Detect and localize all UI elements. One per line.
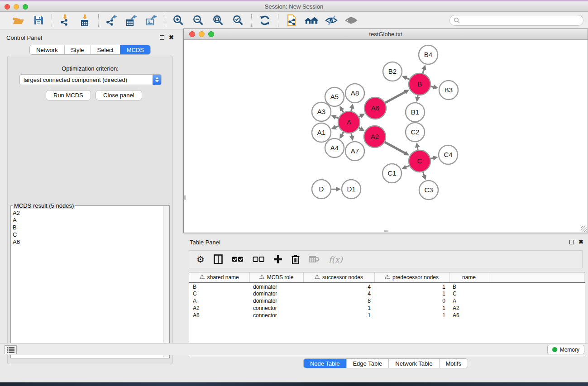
table-cell[interactable]: A2 — [189, 305, 249, 312]
edge-C-C1[interactable] — [406, 166, 410, 167]
table-cell[interactable]: 1 — [374, 290, 449, 297]
run-mcds-button[interactable]: Run MCDS — [46, 90, 91, 100]
table-row[interactable]: Bdominator41B — [189, 283, 585, 290]
table-cell[interactable]: 4 — [303, 283, 374, 290]
result-list-item[interactable]: C — [12, 231, 163, 238]
float-table-panel-icon[interactable] — [569, 240, 574, 244]
zoom-fit-icon[interactable] — [211, 14, 225, 27]
table-cell[interactable]: A — [449, 297, 489, 305]
table-cell[interactable]: connector — [249, 305, 303, 312]
result-scrollbar[interactable] — [163, 206, 169, 357]
close-panel-icon[interactable]: ✖ — [169, 35, 174, 40]
zoom-selected-icon[interactable] — [231, 14, 245, 27]
table-cell[interactable]: 8 — [303, 297, 374, 305]
table-row[interactable]: A6connector11A6 — [189, 312, 585, 319]
deselect-all-icon[interactable] — [253, 256, 264, 262]
table-cell[interactable]: 1 — [303, 312, 374, 319]
mcds-result-list[interactable]: A2ABCA6 — [12, 210, 163, 357]
network-from-file-icon[interactable] — [285, 14, 298, 27]
tab-select[interactable]: Select — [91, 45, 120, 54]
open-session-icon[interactable] — [12, 14, 25, 27]
column-header-name[interactable]: name — [449, 272, 489, 283]
table-cell[interactable]: C — [189, 290, 249, 297]
task-history-button[interactable] — [5, 345, 17, 354]
import-network-icon[interactable] — [58, 14, 72, 27]
column-header-successor-nodes[interactable]: successor nodes — [303, 272, 374, 283]
column-header-MCDS-role[interactable]: MCDS role — [249, 272, 303, 283]
result-list-item[interactable]: B — [12, 224, 163, 231]
save-session-icon[interactable] — [32, 14, 45, 27]
tab-mcds[interactable]: MCDS — [120, 45, 150, 54]
minimize-window-button[interactable] — [14, 4, 19, 10]
function-builder-icon[interactable]: f(x) — [329, 255, 343, 264]
vertical-scrollbar-thumb[interactable] — [184, 195, 186, 200]
tab-network[interactable]: Network — [30, 45, 64, 54]
export-table-icon[interactable] — [125, 14, 139, 27]
table-cell[interactable]: A6 — [189, 312, 249, 319]
table-row[interactable]: Cdominator41C — [189, 290, 585, 297]
home-icon[interactable] — [305, 14, 318, 27]
minimize-network-window-button[interactable] — [199, 31, 205, 37]
result-list-item[interactable]: A6 — [12, 238, 163, 246]
edge-B-B4[interactable] — [423, 69, 424, 74]
export-image-icon[interactable] — [145, 14, 158, 27]
zoom-in-icon[interactable] — [172, 14, 185, 27]
table-cell[interactable]: 1 — [374, 305, 449, 312]
table-cell[interactable]: dominator — [249, 283, 303, 290]
close-table-panel-icon[interactable]: ✖ — [578, 240, 583, 244]
table-cell[interactable]: dominator — [249, 297, 303, 305]
columns-icon[interactable] — [214, 254, 223, 264]
tab-network-table[interactable]: Network Table — [388, 359, 439, 368]
maximize-network-window-button[interactable] — [208, 31, 214, 37]
search-field[interactable] — [449, 15, 583, 26]
edge-A6-B[interactable] — [385, 92, 406, 103]
table-cell[interactable]: B — [449, 283, 489, 290]
tab-style[interactable]: Style — [64, 45, 91, 54]
edge-C-C3[interactable] — [423, 172, 424, 176]
table-row[interactable]: Adominator80A — [189, 297, 585, 305]
table-cell[interactable]: A — [189, 297, 249, 305]
show-eye-icon[interactable] — [344, 14, 358, 27]
close-panel-button[interactable]: Close panel — [96, 90, 142, 100]
table-cell[interactable]: 1 — [374, 312, 449, 319]
table-cell[interactable]: 1 — [374, 283, 449, 290]
float-panel-icon[interactable] — [160, 35, 164, 40]
edge-A2-C[interactable] — [384, 142, 406, 153]
result-list-item[interactable]: A2 — [12, 210, 163, 217]
gear-icon[interactable]: ⚙ — [196, 255, 205, 264]
table-cell[interactable]: connector — [249, 312, 303, 319]
refresh-icon[interactable] — [258, 14, 272, 27]
tab-node-table[interactable]: Node Table — [304, 359, 346, 368]
network-window-titlebar[interactable]: testGlobe.txt — [184, 29, 588, 40]
tab-motifs[interactable]: Motifs — [439, 359, 468, 368]
import-table-icon[interactable] — [78, 14, 92, 27]
table-cell[interactable]: 4 — [303, 290, 374, 297]
column-header-predecessor-nodes[interactable]: predecessor nodes — [374, 272, 449, 283]
zoom-out-icon[interactable] — [191, 14, 205, 27]
horizontal-scrollbar-thumb[interactable] — [384, 230, 388, 232]
table-cell[interactable]: A6 — [449, 312, 489, 319]
memory-button[interactable]: Memory — [547, 345, 584, 354]
add-column-icon[interactable] — [273, 255, 282, 264]
network-graph-canvas[interactable]: B4B2BB3B1A5A8A6A3AA1A2A4A7C2C4CC1C3DD1 — [184, 40, 587, 232]
delete-icon[interactable] — [292, 254, 300, 264]
search-input[interactable] — [460, 17, 583, 24]
close-window-button[interactable] — [5, 4, 10, 10]
table-cell[interactable]: C — [449, 290, 489, 297]
result-list-item[interactable]: A — [12, 217, 163, 224]
table-cell[interactable]: 1 — [303, 305, 374, 312]
tab-edge-table[interactable]: Edge Table — [346, 359, 388, 368]
table-row[interactable]: A2connector11A2 — [189, 305, 585, 312]
optimization-criterion-select[interactable]: largest connected component (directed) — [19, 74, 162, 85]
table-cell[interactable]: A2 — [449, 305, 489, 312]
table-cell[interactable]: 0 — [374, 297, 449, 305]
table-cell[interactable]: dominator — [249, 290, 303, 297]
maximize-window-button[interactable] — [23, 4, 28, 10]
table-cell[interactable]: B — [189, 283, 249, 290]
select-all-checked-icon[interactable] — [232, 256, 244, 262]
export-network-icon[interactable] — [105, 14, 119, 27]
close-network-window-button[interactable] — [189, 31, 195, 37]
column-header-shared-name[interactable]: shared name — [189, 272, 249, 283]
hide-eye-icon[interactable] — [325, 14, 338, 27]
delete-table-icon[interactable] — [309, 256, 320, 263]
